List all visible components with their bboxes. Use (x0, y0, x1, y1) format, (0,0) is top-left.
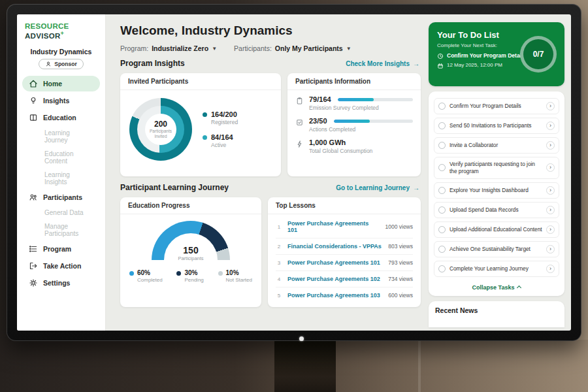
chevron-right-icon[interactable]: › (546, 225, 555, 234)
lesson-link[interactable]: Power Purchase Agreements 102 (287, 276, 383, 282)
progress-bar (338, 98, 413, 101)
sponsor-badge-label: Sponsor (54, 61, 76, 67)
task-checkbox[interactable] (438, 206, 446, 214)
chevron-right-icon[interactable]: › (546, 163, 555, 172)
task-checkbox[interactable] (438, 246, 446, 253)
chevron-right-icon[interactable]: › (546, 186, 555, 195)
checklist-icon (295, 118, 304, 126)
stat-global-consumption: 1,000 GWh Total Global Consumption (295, 139, 413, 154)
invited-donut-chart: 200 Participants Invited (129, 98, 192, 161)
task-row-upload-educational-content[interactable]: Upload Additional Educational Content › (434, 221, 559, 238)
calendar-icon (437, 63, 444, 69)
task-checkbox[interactable] (438, 164, 446, 171)
task-row-complete-learning-journey[interactable]: Complete Your Learning Journey › (434, 261, 559, 277)
sidebar-item-learning-insights[interactable]: Learning Insights (22, 169, 100, 188)
stat-emission-survey: 79/164 Emission Survey Completed (295, 95, 413, 111)
chevron-right-icon[interactable]: › (546, 122, 555, 130)
sidebar-item-general-data[interactable]: General Data (22, 206, 100, 219)
legend-item-registered: 164/200 Registered (203, 110, 238, 125)
sidebar-item-manage-participants[interactable]: Manage Participants (22, 220, 100, 240)
lesson-link[interactable]: Power Purchase Agreements 103 (287, 292, 383, 299)
task-label: Confirm Your Program Details (449, 103, 542, 110)
sidebar-item-education-content[interactable]: Education Content (22, 148, 100, 167)
sidebar-item-education[interactable]: Education (22, 110, 100, 125)
check-more-insights-link[interactable]: Check More Insights → (346, 60, 419, 67)
task-row-explore-insights[interactable]: Explore Your Insights Dashboard › (434, 182, 559, 199)
sponsor-badge[interactable]: Sponsor (39, 59, 83, 69)
todo-summary-card: Your To Do List Complete Your Next Task:… (429, 22, 564, 86)
card-title: Education Progress (120, 197, 261, 214)
chevron-right-icon[interactable]: › (546, 265, 555, 273)
sidebar-item-label: Settings (43, 279, 70, 287)
task-row-achieve-target[interactable]: Achieve One Sustainability Target › (434, 241, 559, 257)
legend-item-pending: 30% Pending (176, 269, 203, 283)
chevron-right-icon[interactable]: › (546, 206, 555, 214)
arrow-right-icon: → (413, 60, 419, 67)
legend-value: 10% (226, 269, 252, 276)
legend-label: Active (211, 142, 233, 148)
task-checkbox[interactable] (438, 103, 446, 110)
person-icon (45, 61, 52, 67)
monitor-logo-dot (299, 336, 304, 341)
participants-filter-dropdown[interactable]: Participants: Only My Participants ▼ (234, 44, 351, 52)
page-title: Welcome, Industry Dynamics (120, 24, 421, 38)
task-checkbox[interactable] (438, 265, 446, 272)
filter-bar: Program: Industrialize Zero ▼ Participan… (120, 44, 421, 52)
sidebar-item-take-action[interactable]: Take Action (22, 258, 100, 274)
lesson-link[interactable]: Power Purchase Agreements 101 (287, 220, 380, 233)
lesson-views: 803 views (388, 243, 413, 250)
sidebar: RESOURCE ADVISOR+ Industry Dynamics Spon… (17, 14, 106, 331)
lesson-views: 793 views (388, 259, 413, 266)
sidebar-item-label: Learning Insights (44, 171, 93, 186)
link-label: Go to Learning Journey (336, 184, 410, 191)
task-row-confirm-program[interactable]: Confirm Your Program Details › (434, 98, 559, 114)
sidebar-item-label: Manage Participants (44, 223, 93, 237)
sidebar-item-home[interactable]: Home (22, 76, 100, 91)
sidebar-item-participants[interactable]: Participants (22, 189, 100, 205)
legend-label: Not Started (226, 277, 252, 283)
gear-icon (29, 278, 38, 287)
legend-dot (218, 271, 223, 276)
lesson-row: 4 Power Purchase Agreements 102 734 view… (276, 271, 413, 287)
task-row-verify-participants[interactable]: Verify participants requesting to join t… (434, 157, 559, 179)
task-row-send-invitations[interactable]: Send 50 Invitations to Participants › (434, 118, 559, 134)
task-checkbox[interactable] (438, 122, 446, 129)
stat-label: Total Global Consumption (309, 148, 413, 154)
todo-next-task: Confirm Your Program Details (447, 52, 531, 59)
lesson-rank: 2 (276, 244, 282, 250)
task-label: Explore Your Insights Dashboard (449, 187, 542, 194)
sidebar-item-settings[interactable]: Settings (22, 275, 100, 291)
clock-icon (437, 53, 444, 59)
logo-plus: + (61, 30, 65, 37)
task-row-upload-spend-data[interactable]: Upload Spend Data Records › (434, 202, 559, 218)
participants-filter-value: Only My Participants (275, 44, 343, 52)
task-checkbox[interactable] (438, 142, 446, 149)
sidebar-item-insights[interactable]: Insights (22, 93, 100, 108)
stat-value: 1,000 GWh (309, 139, 346, 146)
link-label: Check More Insights (346, 60, 410, 67)
lesson-link[interactable]: Financial Considerations - VPPAs (287, 243, 383, 250)
stat-label: Emission Survey Completed (309, 105, 413, 111)
learning-journey-heading: Participant Learning Journey (120, 183, 229, 192)
logo-word-advisor: ADVISOR (25, 32, 61, 40)
task-label: Achieve One Sustainability Target (449, 246, 542, 253)
go-to-learning-journey-link[interactable]: Go to Learning Journey → (336, 184, 419, 191)
stat-actions-completed: 23/50 Actions Completed (295, 117, 413, 133)
education-gauge-chart: 150 Participants (152, 221, 230, 261)
program-filter-dropdown[interactable]: Program: Industrialize Zero ▼ (120, 44, 217, 52)
collapse-tasks-button[interactable]: Collapse Tasks (434, 280, 559, 293)
task-checkbox[interactable] (438, 226, 446, 233)
task-row-invite-collaborator[interactable]: Invite a Collaborator › (434, 137, 559, 154)
chevron-right-icon[interactable]: › (546, 141, 555, 150)
donut-center-value: 200 (154, 120, 167, 129)
task-checkbox[interactable] (438, 187, 446, 194)
chevron-right-icon[interactable]: › (546, 102, 555, 110)
chevron-right-icon[interactable]: › (546, 245, 555, 253)
todo-progress-ring: 0/7 (520, 36, 557, 73)
app-logo: RESOURCE ADVISOR+ (17, 22, 105, 40)
sidebar-item-learning-journey[interactable]: Learning Journey (22, 127, 100, 146)
lesson-link[interactable]: Power Purchase Agreements 101 (287, 259, 383, 266)
invited-participants-card: Invited Participants 200 Participants In… (120, 73, 281, 176)
sidebar-item-label: Home (43, 80, 62, 88)
sidebar-item-program[interactable]: Program (22, 241, 100, 257)
